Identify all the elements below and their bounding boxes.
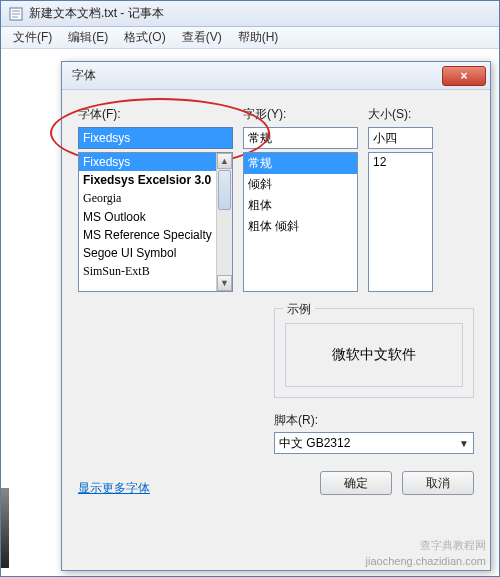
list-item[interactable]: Segoe UI Symbol — [79, 244, 232, 262]
list-item[interactable]: 粗体 倾斜 — [244, 216, 357, 237]
menu-edit[interactable]: 编辑(E) — [60, 26, 116, 49]
menu-format[interactable]: 格式(O) — [116, 26, 173, 49]
list-item[interactable]: Georgia — [79, 189, 232, 208]
button-row: 确定 取消 — [320, 471, 474, 495]
menu-file[interactable]: 文件(F) — [5, 26, 60, 49]
show-more-fonts-link[interactable]: 显示更多字体 — [78, 480, 150, 497]
right-block: 示例 微软中文软件 脚本(R): 中文 GB2312 ▼ — [274, 308, 474, 454]
client-area: 字体 × 字体(F): Fixedsys Fixedsys Excelsior … — [1, 49, 499, 576]
size-column: 大小(S): 12 — [368, 106, 433, 292]
style-column: 字形(Y): 常规 倾斜 粗体 粗体 倾斜 — [243, 106, 358, 292]
list-item[interactable]: 倾斜 — [244, 174, 357, 195]
scroll-up-icon[interactable]: ▲ — [217, 153, 232, 169]
list-item[interactable]: Fixedsys Excelsior 3.0 — [79, 171, 232, 189]
sample-label: 示例 — [283, 301, 315, 318]
scroll-down-icon[interactable]: ▼ — [217, 275, 232, 291]
menu-view[interactable]: 查看(V) — [174, 26, 230, 49]
script-row: 脚本(R): 中文 GB2312 ▼ — [274, 412, 474, 454]
dialog-title: 字体 — [72, 67, 96, 84]
main-titlebar: 新建文本文档.txt - 记事本 — [1, 1, 499, 27]
close-button[interactable]: × — [442, 66, 486, 86]
font-label: 字体(F): — [78, 106, 233, 123]
list-item[interactable]: 12 — [369, 153, 432, 171]
font-column: 字体(F): Fixedsys Fixedsys Excelsior 3.0 G… — [78, 106, 233, 292]
style-listbox[interactable]: 常规 倾斜 粗体 粗体 倾斜 — [243, 152, 358, 292]
size-input[interactable] — [368, 127, 433, 149]
chevron-down-icon: ▼ — [459, 438, 469, 449]
list-item[interactable]: MS Reference Specialty — [79, 226, 232, 244]
list-item[interactable]: 常规 — [244, 153, 357, 174]
script-combo[interactable]: 中文 GB2312 ▼ — [274, 432, 474, 454]
sample-group: 示例 微软中文软件 — [274, 308, 474, 398]
list-item[interactable]: Fixedsys — [79, 153, 232, 171]
font-input[interactable] — [78, 127, 233, 149]
menu-help[interactable]: 帮助(H) — [230, 26, 287, 49]
script-label: 脚本(R): — [274, 413, 318, 427]
cancel-button[interactable]: 取消 — [402, 471, 474, 495]
sample-text: 微软中文软件 — [285, 323, 463, 387]
close-icon: × — [460, 69, 467, 83]
style-label: 字形(Y): — [243, 106, 358, 123]
notepad-icon — [9, 7, 23, 21]
menubar: 文件(F) 编辑(E) 格式(O) 查看(V) 帮助(H) — [1, 27, 499, 49]
size-listbox[interactable]: 12 — [368, 152, 433, 292]
dialog-body: 字体(F): Fixedsys Fixedsys Excelsior 3.0 G… — [62, 90, 490, 507]
list-item[interactable]: MS Outlook — [79, 208, 232, 226]
size-label: 大小(S): — [368, 106, 433, 123]
font-listbox[interactable]: Fixedsys Fixedsys Excelsior 3.0 Georgia … — [78, 152, 233, 292]
ok-button[interactable]: 确定 — [320, 471, 392, 495]
font-dialog: 字体 × 字体(F): Fixedsys Fixedsys Excelsior … — [61, 61, 491, 571]
list-item[interactable]: SimSun-ExtB — [79, 262, 232, 281]
scrollbar[interactable]: ▲ ▼ — [216, 153, 232, 291]
list-item[interactable]: 粗体 — [244, 195, 357, 216]
dialog-titlebar: 字体 × — [62, 62, 490, 90]
main-title: 新建文本文档.txt - 记事本 — [29, 5, 164, 22]
left-edge-gradient — [1, 488, 9, 568]
style-input[interactable] — [243, 127, 358, 149]
scroll-thumb[interactable] — [218, 170, 231, 210]
notepad-window: 新建文本文档.txt - 记事本 文件(F) 编辑(E) 格式(O) 查看(V)… — [0, 0, 500, 577]
script-value: 中文 GB2312 — [279, 435, 350, 452]
